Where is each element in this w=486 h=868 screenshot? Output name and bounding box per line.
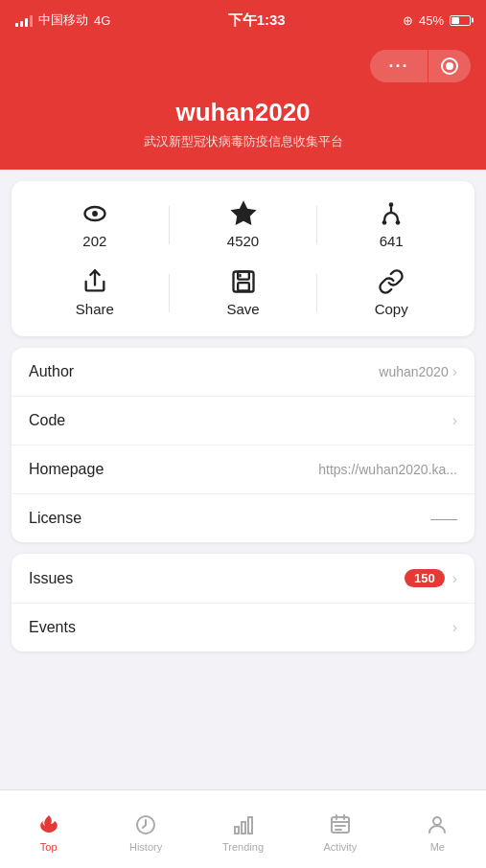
info-list-2: Issues 150 › Events › <box>12 554 474 651</box>
tab-activity-label: Activity <box>324 841 358 853</box>
copy-action[interactable]: Copy <box>317 268 465 317</box>
eye-icon <box>81 200 108 227</box>
activity-icon <box>329 813 352 836</box>
header-actions: ··· <box>15 50 471 82</box>
license-value: —— <box>430 511 457 526</box>
more-button[interactable]: ··· <box>370 50 428 82</box>
record-icon <box>441 57 458 75</box>
flame-icon <box>37 813 60 836</box>
copy-label: Copy <box>375 301 408 317</box>
battery-icon <box>450 15 471 26</box>
author-label: Author <box>29 363 74 380</box>
share-action[interactable]: Share <box>21 268 169 317</box>
history-icon <box>134 813 157 836</box>
repo-title: wuhan2020 <box>15 98 471 127</box>
profile-icon <box>426 813 449 836</box>
info-row-license: License —— <box>12 494 474 542</box>
status-bar: 中国移动 4G 下午1:33 ⊕ 45% <box>0 0 486 38</box>
svg-rect-13 <box>235 827 239 834</box>
code-value: › <box>452 412 457 429</box>
status-time: 下午1:33 <box>228 11 286 30</box>
stat-stars: 4520 <box>170 200 317 249</box>
views-count: 202 <box>82 233 106 249</box>
tab-history[interactable]: History <box>97 806 194 853</box>
svg-rect-10 <box>238 283 249 290</box>
info-row-homepage[interactable]: Homepage https://wuhan2020.ka... <box>12 445 474 494</box>
stat-forks: 641 <box>317 200 465 249</box>
signal-icon <box>15 13 33 27</box>
save-label: Save <box>226 301 259 317</box>
stars-count: 4520 <box>227 233 259 249</box>
location-icon: ⊕ <box>403 13 413 28</box>
events-value: › <box>452 619 457 636</box>
code-label: Code <box>29 412 65 429</box>
license-label: License <box>29 510 81 527</box>
author-value: wuhan2020 › <box>379 363 457 380</box>
record-button[interactable] <box>428 50 471 82</box>
stats-row-actions: Share Save Copy <box>21 268 465 317</box>
tab-bar: Top History Trending Activity <box>0 789 486 868</box>
save-icon <box>230 268 257 295</box>
status-carrier: 中国移动 4G <box>15 11 110 29</box>
info-row-code[interactable]: Code › <box>12 397 474 445</box>
repo-subtitle: 武汉新型冠状病毒防疫信息收集平台 <box>15 133 471 150</box>
tab-me[interactable]: Me <box>389 806 486 853</box>
svg-point-1 <box>92 211 98 217</box>
forks-count: 641 <box>380 233 404 249</box>
stat-views: 202 <box>21 200 169 249</box>
chevron-icon: › <box>452 412 457 429</box>
info-row-author[interactable]: Author wuhan2020 › <box>12 348 474 397</box>
fork-icon <box>378 200 405 227</box>
tab-me-label: Me <box>430 841 445 853</box>
info-row-events[interactable]: Events › <box>12 604 474 651</box>
stats-row-counts: 202 4520 641 <box>21 200 465 249</box>
chevron-icon: › <box>452 570 457 587</box>
tab-trending-label: Trending <box>222 841 264 853</box>
tab-trending[interactable]: Trending <box>195 806 291 853</box>
trending-icon <box>232 813 255 836</box>
info-row-issues[interactable]: Issues 150 › <box>12 554 474 604</box>
tab-top[interactable]: Top <box>0 806 97 853</box>
issues-value: 150 › <box>405 569 457 587</box>
tab-top-label: Top <box>40 841 58 853</box>
share-label: Share <box>76 301 114 317</box>
svg-point-22 <box>433 817 441 825</box>
svg-marker-2 <box>232 202 254 223</box>
chevron-icon: › <box>452 619 457 636</box>
issues-label: Issues <box>29 570 73 587</box>
svg-rect-15 <box>248 817 252 834</box>
tab-history-label: History <box>129 841 162 853</box>
homepage-label: Homepage <box>29 461 104 478</box>
homepage-value: https://wuhan2020.ka... <box>318 462 457 477</box>
info-list-1: Author wuhan2020 › Code › Homepage https… <box>12 348 474 542</box>
status-battery: ⊕ 45% <box>403 13 471 28</box>
copy-icon <box>378 268 405 295</box>
save-action[interactable]: Save <box>170 268 317 317</box>
issues-badge: 150 <box>405 569 445 587</box>
share-icon <box>81 268 108 295</box>
stats-card: 202 4520 641 <box>12 181 474 336</box>
svg-rect-14 <box>242 822 245 834</box>
tab-activity[interactable]: Activity <box>291 806 388 853</box>
events-label: Events <box>29 619 76 636</box>
header: ··· wuhan2020 武汉新型冠状病毒防疫信息收集平台 <box>0 38 486 170</box>
chevron-icon: › <box>452 363 457 380</box>
star-icon <box>230 200 257 227</box>
